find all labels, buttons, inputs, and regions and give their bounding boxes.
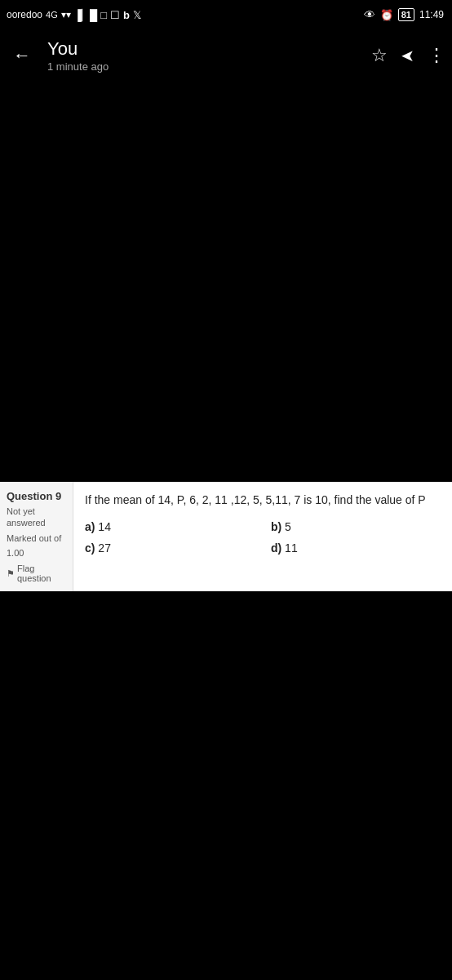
- more-options-button[interactable]: ⋮: [428, 45, 445, 66]
- top-bar: ← You 1 minute ago ☆ ➤ ⋮: [0, 29, 452, 82]
- back-button[interactable]: ←: [7, 38, 38, 73]
- flag-icon: ⚑: [7, 568, 15, 579]
- status-bar: ooredoo 4G ▾▾ ▐▏█ □ ☐ b 𝕏 👁 ⏰ 81 11:49: [0, 0, 452, 29]
- option-c-value: 27: [98, 541, 111, 555]
- top-actions: ☆ ➤ ⋮: [371, 45, 445, 66]
- option-b-label: b): [271, 520, 285, 533]
- question-sidebar: Question 9 Not yet answered Marked out o…: [0, 482, 73, 591]
- option-a-label: a): [85, 520, 98, 533]
- star-button[interactable]: ☆: [371, 45, 388, 66]
- page-title: You: [47, 38, 365, 60]
- twitter-icon: 𝕏: [133, 9, 141, 21]
- question-marked-label: Marked out of: [7, 532, 66, 544]
- question-text: If the mean of 14, P, 6, 2, 11 ,12, 5, 5…: [85, 492, 441, 509]
- option-a-value: 14: [98, 520, 111, 533]
- question-number: Question 9: [7, 490, 66, 502]
- screen-icon: ☐: [110, 9, 120, 21]
- wifi-icon: ▾▾: [61, 9, 71, 20]
- title-area: You 1 minute ago: [44, 38, 365, 72]
- option-d-value: 11: [285, 541, 298, 555]
- option-d-label: d): [271, 541, 285, 555]
- letter-b-icon: b: [123, 9, 130, 21]
- clock-icon: ⏰: [380, 9, 393, 21]
- option-c-label: c): [85, 541, 98, 555]
- alarm-icon: □: [100, 9, 107, 21]
- bottom-black-area: [0, 591, 452, 980]
- option-c[interactable]: c) 27: [85, 541, 255, 555]
- flag-label: Flag question: [17, 564, 66, 583]
- question-status: Not yet answered: [7, 506, 66, 529]
- question-marked-value: 1.00: [7, 547, 66, 559]
- time-label: 11:49: [419, 9, 444, 20]
- option-a[interactable]: a) 14: [85, 520, 255, 533]
- battery-indicator: 81: [398, 8, 414, 21]
- question-body: If the mean of 14, P, 6, 2, 11 ,12, 5, 5…: [73, 482, 452, 591]
- battery-value: 81: [401, 10, 411, 20]
- option-b-value: 5: [285, 520, 291, 533]
- eye-icon: 👁: [364, 8, 375, 21]
- flag-question-button[interactable]: ⚑ Flag question: [7, 564, 66, 583]
- option-d[interactable]: d) 11: [271, 541, 441, 555]
- share-button[interactable]: ➤: [401, 46, 414, 65]
- signal-icon: 4G: [46, 10, 58, 20]
- main-black-area: [0, 82, 452, 482]
- question-card: Question 9 Not yet answered Marked out o…: [0, 482, 452, 591]
- status-right: 👁 ⏰ 81 11:49: [364, 8, 444, 21]
- options-grid: a) 14 b) 5 c) 27 d) 11: [85, 520, 441, 555]
- carrier-label: ooredoo: [7, 9, 42, 20]
- option-b[interactable]: b) 5: [271, 520, 441, 533]
- signal-bars-icon: ▐▏█: [74, 9, 97, 21]
- status-left: ooredoo 4G ▾▾ ▐▏█ □ ☐ b 𝕏: [7, 9, 141, 21]
- page-subtitle: 1 minute ago: [47, 60, 365, 73]
